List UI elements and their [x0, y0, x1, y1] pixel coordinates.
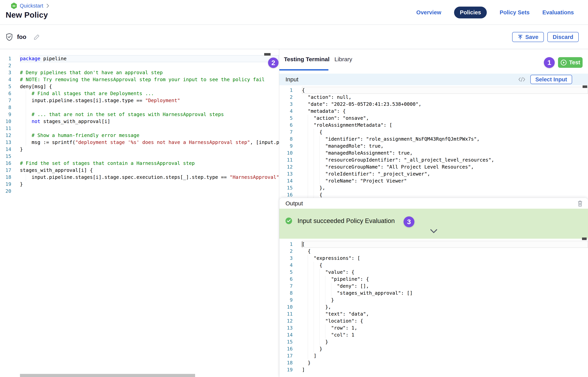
- trash-icon[interactable]: [577, 200, 583, 207]
- code-line[interactable]: 9 # ... that are not in the set of stage…: [0, 111, 279, 118]
- evaluation-result-banner: Input succeeded Policy Evaluation: [279, 209, 588, 239]
- top-nav: Overview Policies Policy Sets Evaluation…: [416, 0, 574, 25]
- code-line[interactable]: 6 "roleAssignmentMetadata": [: [279, 122, 588, 129]
- code-line[interactable]: 8: [0, 104, 279, 111]
- code-line[interactable]: 15 },: [279, 184, 588, 191]
- select-input-button[interactable]: Select Input: [530, 75, 572, 84]
- code-line[interactable]: 5deny[msg] {: [0, 83, 279, 90]
- code-line[interactable]: 17 ]: [279, 352, 588, 359]
- tab-library[interactable]: Library: [334, 49, 352, 69]
- code-line[interactable]: 19]: [279, 366, 588, 373]
- upload-arrow-icon: [518, 34, 523, 40]
- nav-policies[interactable]: Policies: [454, 7, 487, 18]
- overview-ruler-mark: [264, 53, 271, 56]
- code-line[interactable]: 17stages_with_approval[i] {: [0, 167, 279, 174]
- code-line[interactable]: 12 "resourceGroupName": "All Project Lev…: [279, 164, 588, 170]
- code-line[interactable]: 4# NOTE: Try removing the HarnessApprova…: [0, 76, 279, 83]
- code-line[interactable]: 14 "roleName": "Project Viewer": [279, 177, 588, 184]
- code-line[interactable]: 13 "row": 1,: [279, 325, 588, 331]
- annotation-badge-1: 1: [544, 57, 555, 68]
- discard-button[interactable]: Discard: [547, 32, 579, 42]
- code-line[interactable]: 9 }: [279, 297, 588, 304]
- nav-overview[interactable]: Overview: [416, 9, 441, 16]
- code-line[interactable]: 15: [0, 153, 279, 160]
- text-cursor: [302, 241, 302, 247]
- code-line[interactable]: 1{: [279, 87, 588, 94]
- code-line[interactable]: 11 "resourceGroupIdentifier": "_all_proj…: [279, 156, 588, 164]
- code-line[interactable]: 10 not stages_with_approval[i]: [0, 118, 279, 125]
- code-line[interactable]: 10 "managedRoleAssignment": true,: [279, 150, 588, 156]
- nav-evaluations[interactable]: Evaluations: [542, 9, 574, 16]
- nav-policy-sets[interactable]: Policy Sets: [499, 9, 530, 16]
- code-line[interactable]: 13 msg := sprintf("deployment stage '%s'…: [0, 139, 279, 146]
- output-code-editor[interactable]: 1[2 {3 "expressions": [4 {5 "value": {6 …: [279, 239, 588, 377]
- annotation-badge-2: 2: [268, 58, 279, 68]
- code-line[interactable]: 2 {: [279, 248, 588, 255]
- code-line[interactable]: 16# Find the set of stages that contain …: [0, 160, 279, 167]
- check-circle-icon: [285, 218, 292, 224]
- output-label: Output: [285, 200, 303, 207]
- policy-identity: foo: [6, 25, 40, 49]
- code-line[interactable]: 14}: [0, 146, 279, 153]
- annotation-badge-3: 3: [404, 216, 414, 227]
- code-line[interactable]: 3 "date": "2022-05-05T20:41:23.538+0000"…: [279, 101, 588, 108]
- code-line[interactable]: 16 {: [279, 191, 588, 198]
- code-line[interactable]: 18 }: [279, 359, 588, 366]
- toolbar-actions: Save Discard: [512, 25, 579, 49]
- page-header: ∞ Quickstart New Policy Overview Policie…: [0, 0, 588, 25]
- harness-logo-icon[interactable]: ∞: [11, 2, 17, 9]
- code-line[interactable]: 9 "managedRole": true,: [279, 142, 588, 150]
- new-policy-page: ∞ Quickstart New Policy Overview Policie…: [0, 0, 588, 377]
- code-line[interactable]: 10 },: [279, 304, 588, 311]
- code-line[interactable]: 1package pipeline: [0, 55, 279, 62]
- play-circle-icon: [560, 59, 567, 66]
- code-line[interactable]: 11: [0, 125, 279, 132]
- panel-tabs: Testing Terminal Library: [279, 49, 588, 71]
- code-line[interactable]: 6 "pipeline": {: [279, 276, 588, 283]
- code-line[interactable]: 1[: [279, 241, 588, 248]
- code-line[interactable]: 4 {: [279, 262, 588, 269]
- code-line[interactable]: 11 "text": "data",: [279, 311, 588, 318]
- code-line[interactable]: 7 {: [279, 129, 588, 136]
- code-line[interactable]: 8 "identifier": "role_assignment_NsFQM43…: [279, 136, 588, 142]
- code-line[interactable]: 3 "expressions": [: [279, 255, 588, 262]
- input-code-editor[interactable]: 1{2 "action": null,3 "date": "2022-05-05…: [279, 85, 588, 198]
- code-line[interactable]: 6 # Find all stages that are Deployments…: [0, 90, 279, 97]
- test-button[interactable]: Test: [558, 57, 583, 68]
- save-button[interactable]: Save: [512, 32, 544, 42]
- chevron-down-icon[interactable]: [430, 229, 437, 234]
- code-line[interactable]: 4 "metadata": {: [279, 108, 588, 115]
- output-section-header: Output: [279, 198, 588, 209]
- code-line[interactable]: 12 "location": {: [279, 318, 588, 325]
- code-line[interactable]: 7 input.pipeline.stages[i].stage.type ==…: [0, 97, 279, 104]
- pencil-icon[interactable]: [33, 34, 40, 40]
- code-line[interactable]: 13 "roleIdentifier": "_project_viewer",: [279, 170, 588, 177]
- code-line[interactable]: 20: [0, 188, 279, 195]
- policy-code-editor[interactable]: 1package pipeline23# Deny pipelines that…: [0, 49, 279, 377]
- horizontal-scrollbar[interactable]: [20, 374, 195, 377]
- output-section: Output Input succeeded Policy Evaluation: [279, 198, 588, 377]
- workspace: 1package pipeline23# Deny pipelines that…: [0, 49, 588, 377]
- code-line[interactable]: 19}: [0, 181, 279, 188]
- code-line[interactable]: 3# Deny pipelines that don't have an app…: [0, 69, 279, 76]
- input-label: Input: [285, 76, 298, 83]
- code-line[interactable]: 5 "action": "onsave",: [279, 115, 588, 122]
- code-line[interactable]: 12 # Show a human-friendly error message: [0, 132, 279, 139]
- code-line[interactable]: 7 "deny": [],: [279, 283, 588, 290]
- breadcrumb-project-link[interactable]: Quickstart: [20, 3, 43, 9]
- testing-panel: Testing Terminal Library Test Input Sele…: [279, 49, 588, 377]
- code-line[interactable]: 2 "action": null,: [279, 94, 588, 101]
- code-icon[interactable]: [518, 77, 525, 82]
- breadcrumb: ∞ Quickstart: [11, 2, 50, 9]
- tab-testing-terminal[interactable]: Testing Terminal: [284, 49, 330, 69]
- code-line[interactable]: 15 }: [279, 339, 588, 345]
- banner-message: Input succeeded Policy Evaluation: [297, 217, 395, 224]
- policy-toolbar: foo Save Discard: [0, 25, 588, 49]
- code-line[interactable]: 8 "stages_with_approval": []: [279, 290, 588, 297]
- code-line[interactable]: 2: [0, 62, 279, 69]
- code-line[interactable]: 16 }: [279, 345, 588, 352]
- code-line[interactable]: 18 input.pipeline.stages[i].stage.spec.e…: [0, 174, 279, 181]
- code-line[interactable]: 5 "value": {: [279, 269, 588, 276]
- input-section-header: Input Select Input: [279, 74, 588, 85]
- code-line[interactable]: 14 "col": 1: [279, 331, 588, 339]
